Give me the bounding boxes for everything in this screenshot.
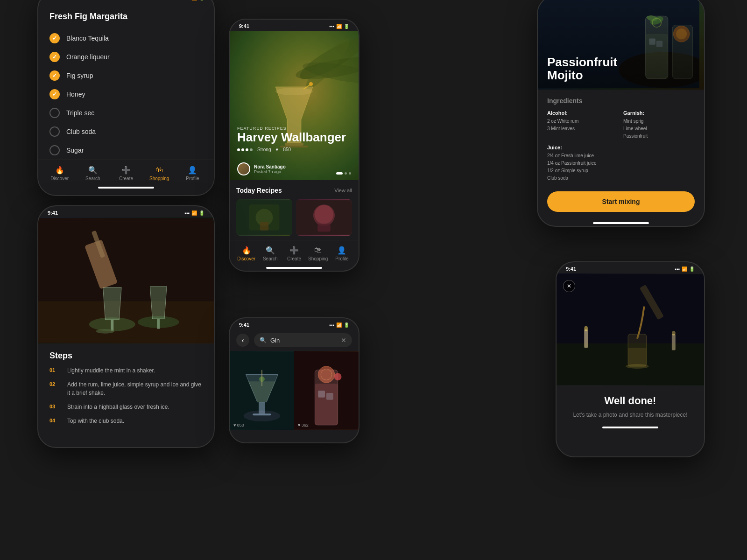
steps-title: Steps [49,351,203,361]
check-circle[interactable] [49,108,60,118]
battery-5: 🔋 [344,322,349,328]
wifi-6: 📶 [682,266,687,272]
status-bar-5: 9:41 ▪▪▪ 📶 🔋 [230,318,359,329]
ingredients-grid: Alcohol: 2 oz White rum 3 Mint leaves Ga… [547,110,695,182]
signal-2: ▪▪▪ [329,24,334,29]
home-indicator-2 [266,267,322,269]
battery-2: 🔋 [344,24,349,29]
ingredient-item[interactable]: Triple sec [38,104,214,122]
signal-6: ▪▪▪ [675,266,680,272]
time-5: 9:41 [239,322,249,328]
search-input-bar[interactable]: 🔍 Gin ✕ [254,333,352,347]
nav-create-2[interactable]: ➕ Create [282,245,306,261]
create-icon-2: ➕ [289,245,299,255]
ingredient-item[interactable]: Orange liqueur [38,48,214,66]
phone-discover: 9:41 ▪▪▪ 📶 🔋 [229,19,359,272]
video-content [38,217,214,343]
battery-6: 🔋 [689,266,695,272]
ingredient-item[interactable]: Fig syrup [38,66,214,85]
svg-rect-64 [672,334,676,350]
search-result-1[interactable]: ♥ 850 [230,351,294,430]
recipe-thumb-1[interactable] [236,199,292,236]
search-clear-icon[interactable]: ✕ [341,336,346,344]
author-info: Nora Santiago Posted 7h ago [254,164,286,174]
bottom-nav-2: 🔥 Discover 🔍 Search ➕ Create 🛍 Shopping … [230,240,359,264]
step-number: 04 [49,417,61,423]
profile-icon-2: 👤 [337,245,347,255]
ingredient-item[interactable]: Blanco Tequila [38,29,214,48]
back-button[interactable]: ‹ [236,334,249,347]
slide-dot-1[interactable] [336,172,343,175]
discover-icon-1: 🔥 [55,165,65,175]
garnish-label: Garnish: [623,110,695,116]
nav-shopping-label-2: Shopping [308,256,328,261]
check-circle[interactable] [49,89,60,99]
svg-point-16 [315,205,334,224]
nav-profile-2[interactable]: 👤 Profile [330,245,354,261]
check-circle[interactable] [49,126,60,137]
ingredient-name: Sugar [66,147,84,154]
step-number: 02 [49,380,61,387]
search-icon-1: 🔍 [88,165,98,175]
svg-rect-55 [318,391,325,398]
slide-dot-3[interactable] [349,172,351,175]
nav-search-label-1: Search [85,176,100,181]
nav-search-2[interactable]: 🔍 Search [258,245,282,261]
svg-rect-62 [584,329,588,348]
ingredient-name: Blanco Tequila [66,35,109,42]
svg-point-52 [318,366,334,383]
recipe-thumb-2[interactable] [296,199,352,236]
view-all-link[interactable]: View all [334,188,352,193]
recipe-grid [236,199,352,236]
search-query-display: Gin [270,337,337,344]
dot-1 [237,148,240,151]
status-bar-2: 9:41 ▪▪▪ 📶 🔋 [230,20,359,31]
check-circle[interactable] [49,33,60,43]
nav-discover-1[interactable]: 🔥 Discover [43,165,76,181]
shopping-icon-2: 🛍 [313,245,323,255]
step-number: 03 [49,403,61,409]
home-indicator-1 [98,187,154,189]
search-result-2[interactable]: ♥ 362 [294,351,359,430]
dot-2 [241,148,244,151]
slide-dot-2[interactable] [345,172,347,175]
ingredient-item[interactable]: Sugar [38,141,214,160]
hero-bg [230,31,359,180]
step-item: 01Lightly muddle the mint in a shaker. [49,366,203,375]
well-done-subtitle: Let's take a photo and share this master… [566,411,695,419]
status-icons-3: ▪▪▪ 📶 🔋 [184,210,204,216]
nav-create-1[interactable]: ➕ Create [109,165,142,181]
nav-discover-2[interactable]: 🔥 Discover [234,245,258,261]
nav-search-1[interactable]: 🔍 Search [76,165,109,181]
section-header: Today Recipes View all [236,187,352,194]
nav-profile-label-2: Profile [335,256,348,261]
nav-discover-label-2: Discover [237,256,255,261]
start-mixing-button[interactable]: Start mixing [547,191,695,212]
nav-shopping-2[interactable]: 🛍 Shopping [306,245,330,261]
hero-text-overlay: Featured Recipes Harvey Wallbanger Stron… [237,126,351,152]
video-thumbnail[interactable] [38,217,214,343]
juice-item-4: Club soda [547,175,619,182]
close-button[interactable]: ✕ [563,280,575,292]
home-indicator-4 [593,222,649,224]
nav-profile-1[interactable]: 👤 Profile [176,165,209,181]
nav-profile-label-1: Profile [186,176,199,181]
status-icons-2: ▪▪▪ 📶 🔋 [329,24,349,29]
check-circle[interactable] [49,70,60,81]
status-icons-1: ▪▪▪ 📶 🔋 [184,0,204,0]
strength-label: Strong [257,147,271,152]
check-circle[interactable] [49,52,60,62]
step-text: Lightly muddle the mint in a shaker. [67,366,155,375]
ingredient-item[interactable]: Honey [38,85,214,104]
likes-count: 850 [283,147,291,152]
step-text: Strain into a highball glass over fresh … [67,403,169,411]
likes-icon: ♥ [275,147,278,152]
ingredient-item[interactable]: Club soda [38,122,214,141]
svg-point-66 [626,364,648,369]
step-item: 02Add the rum, lime juice, simple syrup … [49,380,203,397]
steps-section: Steps 01Lightly muddle the mint in a sha… [38,343,214,438]
result-count-1: ♥ 850 [233,423,244,427]
phone-steps: 9:41 ▪▪▪ 📶 🔋 [37,205,215,448]
check-circle[interactable] [49,145,60,155]
nav-shopping-1[interactable]: 🛍 Shopping [143,165,176,181]
